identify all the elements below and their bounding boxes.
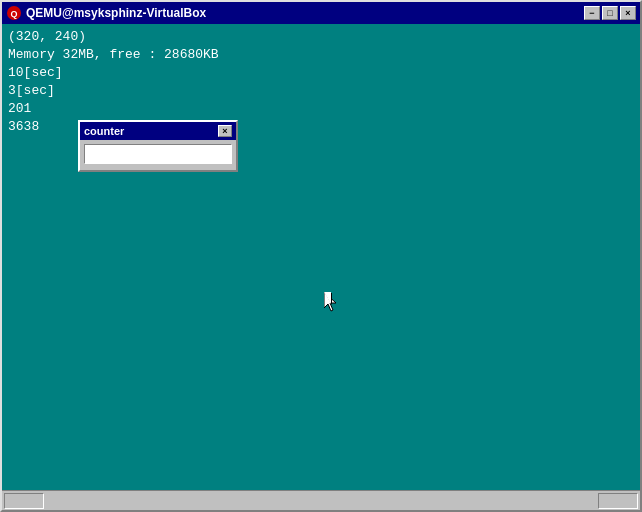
term-line-8: 201 <box>8 100 634 118</box>
counter-input[interactable] <box>84 144 232 164</box>
minimize-button[interactable]: − <box>584 6 600 20</box>
dialog-close-button[interactable]: × <box>218 125 232 137</box>
terminal-area: (320, 240) Memory 32MB, free : 28680KB 1… <box>2 24 640 490</box>
term-line-3: Memory 32MB, free : 28680KB <box>8 46 634 64</box>
dialog-body <box>80 140 236 170</box>
close-button[interactable]: × <box>620 6 636 20</box>
dialog-title: counter <box>84 125 124 137</box>
title-bar: Q QEMU@msyksphinz-VirtualBox − □ × <box>2 2 640 24</box>
window-controls: − □ × <box>584 6 636 20</box>
term-line-1: (320, 240) <box>8 28 634 46</box>
main-window: Q QEMU@msyksphinz-VirtualBox − □ × (320,… <box>0 0 642 512</box>
window-title: QEMU@msyksphinz-VirtualBox <box>26 6 584 20</box>
svg-text:Q: Q <box>10 9 17 19</box>
maximize-button[interactable]: □ <box>602 6 618 20</box>
svg-marker-2 <box>324 292 336 311</box>
counter-dialog: counter × <box>78 120 238 172</box>
status-left <box>4 493 44 509</box>
term-line-6: 3[sec] <box>8 82 634 100</box>
dialog-title-bar: counter × <box>80 122 236 140</box>
status-right <box>598 493 638 509</box>
app-icon: Q <box>6 5 22 21</box>
status-bar <box>2 490 640 510</box>
term-line-5: 10[sec] <box>8 64 634 82</box>
